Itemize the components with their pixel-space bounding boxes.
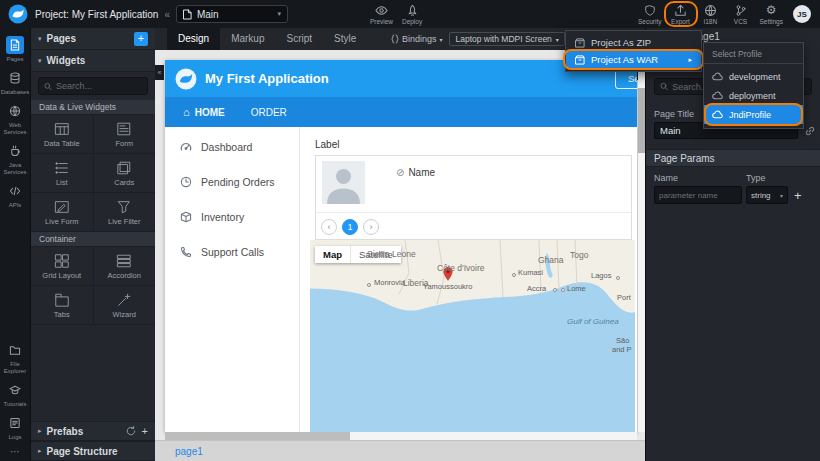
widget-search-input[interactable] (56, 81, 142, 91)
param-type-select[interactable]: string ▾ (746, 186, 788, 204)
map-widget[interactable]: Map Satellite Sierra Leone Monrovia Libe… (310, 240, 635, 432)
menu-item-project-as-zip[interactable]: Project As ZIP (566, 34, 701, 51)
sidenav-item-dashboard[interactable]: Dashboard (165, 129, 299, 164)
profile-jndiprofile[interactable]: JndiProfile (704, 105, 803, 124)
select-profile-header: Select Profile (704, 46, 803, 64)
data-live-widget-grid: Data Table Form List Cards Live Form Liv… (31, 115, 155, 232)
sidebar-item-file-explorer[interactable]: File Explorer (0, 338, 30, 378)
chevron-down-icon: ▾ (38, 35, 42, 43)
profile-development[interactable]: development (704, 67, 803, 86)
search-icon (660, 82, 668, 91)
pages-icon (6, 36, 24, 54)
sidebar-item-apis[interactable]: APIs (0, 179, 30, 212)
param-table-header: Name Type (646, 167, 820, 186)
tab-script[interactable]: Script (276, 28, 324, 50)
widget-tile-list[interactable]: List (31, 154, 93, 192)
deploy-button[interactable]: Deploy (399, 4, 425, 25)
add-param-button[interactable]: + (794, 188, 802, 203)
tab-design[interactable]: Design (167, 28, 220, 50)
city-dot (367, 283, 371, 287)
detail-panel[interactable]: ⊘ Name ‹ 1 › (315, 155, 632, 240)
sidenav-item-pending-orders[interactable]: Pending Orders (165, 164, 299, 199)
user-avatar[interactable]: JS (793, 5, 811, 23)
section-data-live-widgets[interactable]: Data & Live Widgets (31, 100, 155, 115)
name-field[interactable]: ⊘ Name (396, 167, 435, 178)
widget-tile-live-form[interactable]: Live Form (31, 193, 93, 231)
add-page-button[interactable]: + (134, 32, 148, 46)
vcs-button[interactable]: VCS (728, 4, 754, 25)
sidenav-item-inventory[interactable]: Inventory (165, 199, 299, 234)
top-bar: Project: My First Application « Main ▾ P… (0, 0, 820, 28)
page-selector-dropdown[interactable]: Main ▾ (176, 5, 288, 23)
bind-link-icon[interactable] (804, 125, 816, 137)
menu-item-project-as-war[interactable]: Project As WAR ▸ (566, 51, 701, 68)
widget-tile-data-table[interactable]: Data Table (31, 115, 93, 153)
sidebar-item-pages[interactable]: Pages (0, 33, 30, 66)
gear-icon: ⚙ (766, 4, 777, 17)
sidebar-item-web-services[interactable]: Web Services (0, 99, 30, 139)
page-params-header[interactable]: Page Params (646, 149, 820, 167)
vertical-scrollbar-thumb[interactable] (638, 88, 645, 153)
globe-icon (704, 4, 717, 17)
prefabs-section[interactable]: ▸ Prefabs + (31, 421, 155, 441)
vertical-scrollbar[interactable] (638, 60, 645, 432)
more-options-icon[interactable]: ⋯ (10, 444, 20, 461)
grid-layout-icon (54, 253, 70, 269)
home-icon: ⌂ (183, 106, 190, 118)
collapse-panel-icon[interactable]: « (164, 9, 170, 20)
branch-icon (735, 4, 747, 17)
left-panel-handle[interactable]: « (155, 65, 164, 80)
horizontal-scrollbar[interactable] (165, 432, 637, 440)
pagination-next-button[interactable]: › (363, 219, 379, 235)
cards-icon (116, 160, 132, 176)
wavemaker-studio: Project: My First Application « Main ▾ P… (0, 0, 820, 461)
accordion-icon (116, 253, 132, 269)
sidebar-item-java-services[interactable]: Java Services (0, 139, 30, 179)
add-prefab-button[interactable]: + (142, 425, 148, 437)
horizontal-scrollbar-thumb[interactable] (165, 432, 350, 440)
graduation-cap-icon (6, 381, 24, 399)
app-body: Dashboard Pending Orders Inventory (165, 127, 637, 432)
device-selector-dropdown[interactable]: Laptop with MDPI Screen ▾ (449, 32, 564, 46)
sidebar-item-databases[interactable]: Databases (0, 66, 30, 99)
sidenav-item-support-calls[interactable]: Support Calls (165, 234, 299, 269)
widget-tile-cards[interactable]: Cards (94, 154, 156, 192)
pages-panel-header[interactable]: ▾ Pages + (31, 28, 155, 50)
bindings-dropdown[interactable]: Bindings ▾ (391, 34, 443, 44)
param-name-input[interactable] (654, 186, 742, 204)
nav-item-home[interactable]: ⌂ HOME (183, 106, 225, 118)
avatar-placeholder-image[interactable] (322, 161, 365, 204)
refresh-icon[interactable] (126, 426, 136, 436)
section-container[interactable]: Container (31, 232, 155, 247)
tab-markup[interactable]: Markup (220, 28, 275, 50)
preview-button[interactable]: Preview (368, 4, 395, 25)
pagination-current-page[interactable]: 1 (342, 219, 358, 235)
sidebar-item-logs[interactable]: Logs (0, 411, 30, 444)
widget-tile-form[interactable]: Form (94, 115, 156, 153)
settings-button[interactable]: ⚙ Settings (758, 4, 786, 25)
export-button[interactable]: Export (668, 4, 694, 25)
map-button[interactable]: Map (315, 246, 350, 263)
braces-icon (391, 34, 399, 44)
label-widget[interactable]: Label (315, 139, 339, 150)
page-structure-section[interactable]: ▸ Page Structure (31, 441, 155, 461)
map-label-monrovia: Monrovia (374, 278, 405, 287)
profile-deployment[interactable]: deployment (704, 86, 803, 105)
widgets-panel-header[interactable]: ▾ Widgets (31, 50, 155, 72)
widget-tile-accordion[interactable]: Accordion (94, 247, 156, 285)
widget-tile-wizard[interactable]: Wizard (94, 286, 156, 324)
sidebar-item-tutorials[interactable]: Tutorials (0, 378, 30, 411)
open-page-tab[interactable]: page1 (175, 446, 203, 457)
nav-item-order[interactable]: ORDER (251, 107, 287, 118)
data-table-icon (54, 121, 70, 137)
eye-icon (375, 4, 388, 17)
tab-style[interactable]: Style (323, 28, 367, 50)
security-button[interactable]: Security (636, 4, 663, 25)
pagination-prev-button[interactable]: ‹ (321, 219, 337, 235)
widget-tile-tabs[interactable]: Tabs (31, 286, 93, 324)
widget-tile-grid-layout[interactable]: Grid Layout (31, 247, 93, 285)
chevron-down-icon: ▾ (439, 36, 442, 43)
i18n-button[interactable]: i18N (698, 4, 724, 25)
app-title[interactable]: My First Application (205, 71, 329, 86)
widget-tile-live-filter[interactable]: Live Filter (94, 193, 156, 231)
